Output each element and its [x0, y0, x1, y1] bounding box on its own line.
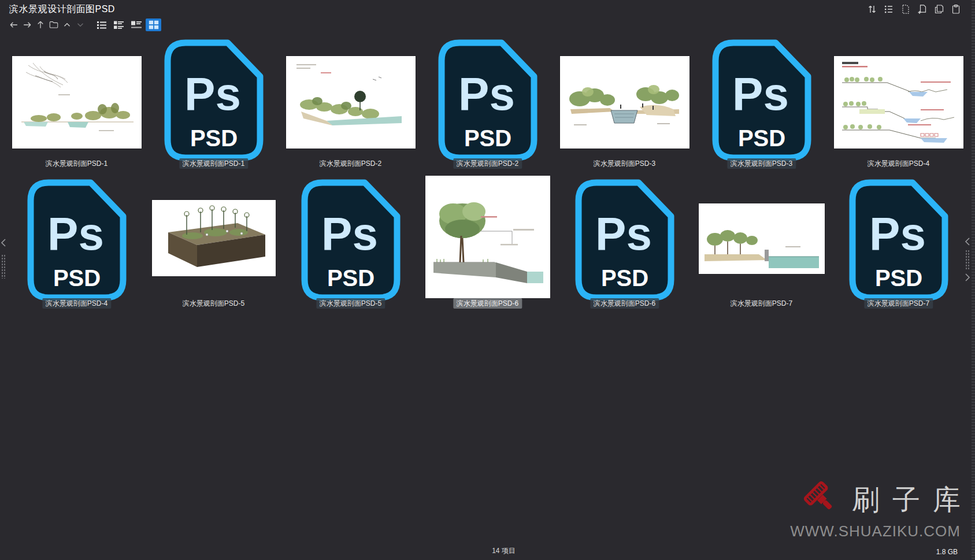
psd-file-icon: Ps PSD — [300, 178, 402, 304]
file-thumbnail — [152, 200, 276, 276]
watermark-brand: 刷子库 — [852, 481, 973, 518]
file-label: 滨水景观剖面PSD-1 — [179, 158, 248, 169]
file-label: 滨水景观剖面PSD-2 — [316, 158, 385, 169]
psd-file-icon: Ps PSD — [574, 178, 676, 304]
file-label: 滨水景观剖面PSD-1 — [42, 158, 111, 169]
svg-text:PSD: PSD — [327, 265, 374, 291]
file-grid-row-1: 滨水景观剖面PSD-1 Ps PSD 滨水景观剖面PSD-1 滨水景观剖面PSD… — [8, 34, 967, 172]
svg-text:PSD: PSD — [737, 125, 785, 151]
chevron-right-icon — [965, 273, 970, 282]
file-thumbnail — [425, 176, 550, 298]
image-file-item[interactable]: 滨水景观剖面PSD-2 — [282, 34, 419, 172]
right-pane-splitter[interactable] — [965, 237, 970, 282]
psd-file-icon: Ps PSD — [437, 38, 539, 164]
file-thumbnail — [286, 56, 416, 149]
psd-file-icon: Ps PSD — [848, 178, 950, 304]
image-file-item[interactable]: 滨水景观剖面PSD-1 — [8, 34, 145, 172]
file-thumbnail — [834, 56, 963, 149]
watermark: 刷子库 WWW.SHUAZIKU.COM — [790, 480, 961, 540]
view-mode-switcher — [94, 18, 161, 31]
tiles-view-button[interactable] — [111, 18, 127, 31]
grid-view-button[interactable] — [146, 18, 161, 31]
psd-file-item[interactable]: Ps PSD 滨水景观剖面PSD-1 — [145, 34, 282, 172]
svg-text:PSD: PSD — [874, 265, 922, 291]
psd-file-icon: Ps PSD — [711, 38, 813, 164]
collapse-up-button[interactable] — [60, 18, 73, 31]
file-label: 滨水景观剖面PSD-5 — [179, 298, 248, 309]
file-grid-row-2: Ps PSD 滨水景观剖面PSD-4 滨水景观剖面PSD-5 Ps PSD 滨水… — [8, 173, 967, 312]
up-button[interactable] — [34, 18, 47, 31]
file-thumbnail — [12, 56, 142, 149]
left-pane-splitter[interactable] — [1, 238, 8, 279]
psd-file-icon: Ps PSD — [26, 178, 128, 304]
file-label: 滨水景观剖面PSD-6 — [453, 298, 522, 309]
psd-file-item[interactable]: Ps PSD 滨水景观剖面PSD-7 — [830, 173, 967, 312]
folder-button[interactable] — [47, 18, 60, 31]
forward-button[interactable] — [20, 18, 34, 31]
new-item-icon[interactable] — [916, 3, 929, 16]
page-title: 滨水景观设计剖面图PSD — [9, 3, 115, 16]
psd-file-item[interactable]: Ps PSD 滨水景观剖面PSD-2 — [419, 34, 556, 172]
svg-text:Ps: Ps — [321, 208, 378, 259]
svg-text:Ps: Ps — [869, 208, 926, 259]
file-label: 滨水景观剖面PSD-2 — [453, 158, 522, 169]
svg-text:PSD: PSD — [190, 125, 237, 151]
svg-text:Ps: Ps — [732, 68, 789, 120]
content-view-button[interactable] — [128, 18, 144, 31]
right-edge-grip[interactable] — [972, 0, 975, 560]
paste-icon[interactable] — [950, 3, 962, 16]
details-list-icon[interactable] — [883, 3, 895, 16]
file-label: 滨水景观剖面PSD-7 — [727, 298, 796, 309]
image-file-item[interactable]: 滨水景观剖面PSD-3 — [556, 34, 693, 172]
svg-text:Ps: Ps — [184, 68, 241, 120]
file-thumbnail — [699, 203, 825, 274]
svg-text:Ps: Ps — [595, 208, 652, 259]
file-label: 滨水景观剖面PSD-4 — [42, 298, 111, 309]
navigation-toolbar — [7, 18, 161, 32]
back-button[interactable] — [7, 18, 20, 31]
file-label: 滨水景观剖面PSD-3 — [590, 158, 659, 169]
svg-text:PSD: PSD — [464, 125, 511, 151]
svg-text:PSD: PSD — [53, 265, 100, 291]
file-label: 滨水景观剖面PSD-5 — [316, 298, 385, 309]
drag-handle-dots — [965, 250, 969, 269]
topbar-actions — [866, 3, 962, 16]
chevron-left-icon — [1, 238, 6, 247]
file-label: 滨水景观剖面PSD-7 — [864, 298, 933, 309]
status-item-count: 14 项目 — [492, 546, 516, 556]
file-label: 滨水景观剖面PSD-3 — [727, 158, 796, 169]
psd-file-icon: Ps PSD — [163, 38, 265, 164]
drag-handle-dots — [1, 254, 5, 279]
svg-text:Ps: Ps — [47, 208, 104, 259]
sort-icon[interactable] — [866, 3, 878, 16]
image-file-item[interactable]: 滨水景观剖面PSD-5 — [145, 173, 282, 312]
collapse-down-button — [73, 18, 87, 31]
chevron-left-icon — [965, 237, 970, 246]
psd-file-item[interactable]: Ps PSD 滨水景观剖面PSD-6 — [556, 173, 693, 312]
image-file-item[interactable]: 滨水景观剖面PSD-4 — [830, 34, 967, 172]
psd-file-item[interactable]: Ps PSD 滨水景观剖面PSD-4 — [8, 173, 145, 312]
svg-text:PSD: PSD — [600, 265, 648, 291]
status-total-size: 1.8 GB — [936, 548, 958, 556]
psd-file-item[interactable]: Ps PSD 滨水景观剖面PSD-3 — [693, 34, 830, 172]
brush-icon — [802, 480, 843, 520]
select-dashed-icon[interactable] — [899, 3, 912, 16]
psd-file-item[interactable]: Ps PSD 滨水景观剖面PSD-5 — [282, 173, 419, 312]
file-label: 滨水景观剖面PSD-4 — [864, 158, 933, 169]
file-thumbnail — [560, 56, 689, 149]
nav-buttons — [7, 18, 87, 31]
watermark-url: WWW.SHUAZIKU.COM — [790, 522, 961, 540]
image-file-item[interactable]: 滨水景观剖面PSD-7 — [693, 173, 830, 312]
list-view-button[interactable] — [94, 18, 109, 31]
image-file-item[interactable]: 滨水景观剖面PSD-6 — [419, 173, 556, 312]
file-label: 滨水景观剖面PSD-6 — [590, 298, 659, 309]
svg-text:Ps: Ps — [458, 68, 515, 120]
copy-icon[interactable] — [933, 3, 946, 16]
